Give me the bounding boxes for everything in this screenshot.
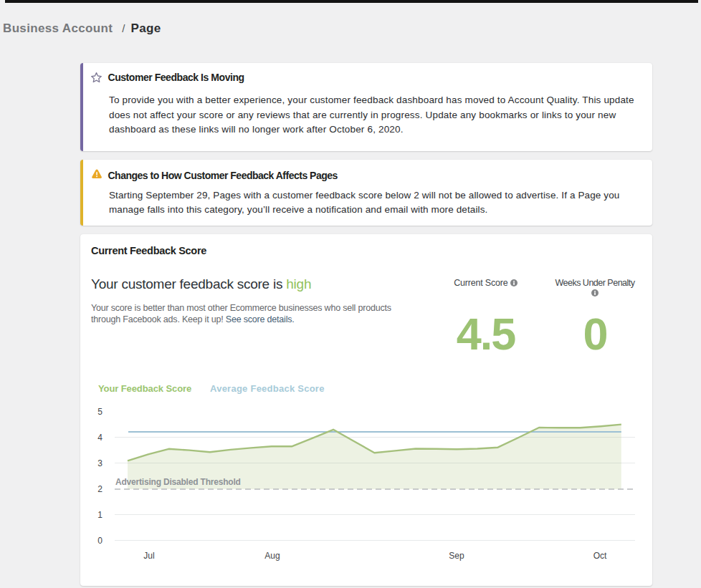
svg-text:3: 3 xyxy=(97,458,102,468)
svg-text:2: 2 xyxy=(97,484,102,494)
svg-text:1: 1 xyxy=(97,510,102,520)
svg-text:Oct: Oct xyxy=(593,551,607,561)
svg-text:Jul: Jul xyxy=(143,551,154,561)
svg-text:Advertising Disabled Threshold: Advertising Disabled Threshold xyxy=(115,477,241,487)
svg-text:4: 4 xyxy=(97,433,102,443)
svg-text:Sep: Sep xyxy=(449,551,464,561)
svg-text:0: 0 xyxy=(97,536,102,546)
svg-text:5: 5 xyxy=(97,407,102,417)
svg-text:Aug: Aug xyxy=(264,551,280,561)
